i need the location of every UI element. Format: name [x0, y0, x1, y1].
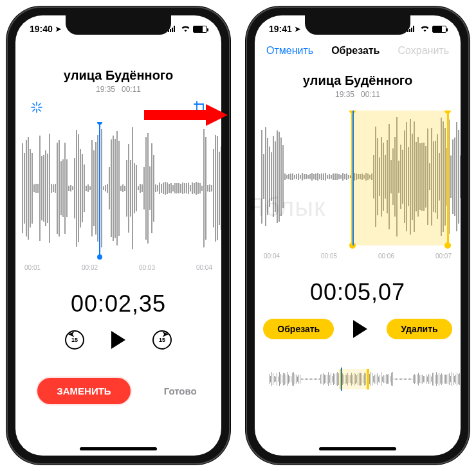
play-button[interactable]: [111, 331, 125, 349]
play-button[interactable]: [353, 320, 367, 338]
screen: 19:40 ➤ улица Будённого 19:35 00:11: [15, 15, 221, 456]
tick: 00:03: [139, 264, 155, 271]
recording-duration: 00:11: [361, 90, 380, 99]
recording-time: 19:35: [335, 90, 354, 99]
trim-selection[interactable]: [351, 111, 449, 245]
screen: 19:41 ➤ Отменить Обрезать Сохранить улиц…: [255, 15, 461, 456]
cancel-button[interactable]: Отменить: [266, 45, 313, 57]
waveform-area[interactable]: 00:04 00:05 00:06 00:07: [255, 111, 461, 265]
current-time: 00:02,35: [15, 290, 221, 317]
skip-forward-button[interactable]: ➤15: [152, 330, 172, 350]
nav-title: Обрезать: [331, 45, 380, 57]
tool-row: [15, 100, 221, 114]
current-time: 00:05,07: [255, 279, 461, 306]
svg-line-5: [39, 109, 41, 111]
status-time: 19:40: [30, 24, 53, 34]
status-time: 19:41: [269, 24, 292, 34]
tick: 00:07: [435, 253, 452, 260]
wifi-icon: [181, 24, 190, 34]
notch: [305, 15, 410, 35]
svg-line-7: [33, 109, 35, 111]
location-icon: ➤: [295, 25, 300, 33]
recording-meta: 19:35 00:11: [255, 90, 461, 99]
time-ticks: 00:01 00:02 00:03 00:04: [24, 264, 212, 271]
nav-row: Отменить Обрезать Сохранить: [255, 45, 461, 57]
svg-line-6: [39, 103, 41, 105]
recording-title: улица Будённого: [255, 73, 461, 88]
recording-time: 19:35: [96, 85, 115, 94]
tick: 00:01: [24, 264, 41, 271]
recording-meta: 19:35 00:11: [15, 85, 221, 94]
overview-playhead[interactable]: [341, 368, 342, 391]
svg-line-4: [33, 103, 35, 105]
playback-controls: ➤15 ➤15: [15, 330, 221, 350]
notch: [66, 15, 171, 35]
wifi-icon: [420, 24, 430, 34]
enhance-icon[interactable]: [30, 100, 44, 114]
trim-button[interactable]: Обрезать: [263, 319, 334, 339]
battery-icon: [432, 26, 446, 33]
waveform-area[interactable]: 00:01 00:02 00:03 00:04: [15, 122, 221, 276]
playhead[interactable]: [99, 122, 100, 257]
save-button[interactable]: Сохранить: [398, 45, 449, 57]
battery-icon: [193, 26, 207, 33]
skip-back-button[interactable]: ➤15: [65, 330, 84, 350]
home-indicator[interactable]: [80, 447, 157, 450]
phone-frame-right: 19:41 ➤ Отменить Обрезать Сохранить улиц…: [246, 6, 470, 465]
waveform: [22, 122, 215, 254]
recording-title: улица Будённого: [15, 68, 221, 83]
tick: 00:05: [321, 253, 337, 260]
time-ticks: 00:04 00:05 00:06 00:07: [264, 253, 452, 260]
trim-playhead[interactable]: [352, 111, 354, 245]
crop-icon[interactable]: [193, 100, 207, 114]
bottom-row: ЗАМЕНИТЬ Готово: [15, 378, 221, 404]
tick: 00:04: [196, 264, 212, 271]
tick: 00:04: [264, 253, 280, 260]
recording-duration: 00:11: [122, 85, 141, 94]
replace-button[interactable]: ЗАМЕНИТЬ: [37, 378, 130, 404]
phone-frame-left: 19:40 ➤ улица Будённого 19:35 00:11: [6, 6, 230, 465]
tick: 00:06: [378, 253, 394, 260]
location-icon: ➤: [55, 25, 61, 33]
overview-timeline[interactable]: [269, 368, 446, 391]
overview-selection[interactable]: [340, 369, 369, 389]
delete-button[interactable]: Удалить: [387, 319, 452, 339]
trim-controls: Обрезать Удалить: [255, 319, 461, 339]
home-indicator[interactable]: [319, 447, 396, 450]
done-button[interactable]: Готово: [146, 379, 215, 403]
tick: 00:02: [82, 264, 98, 271]
